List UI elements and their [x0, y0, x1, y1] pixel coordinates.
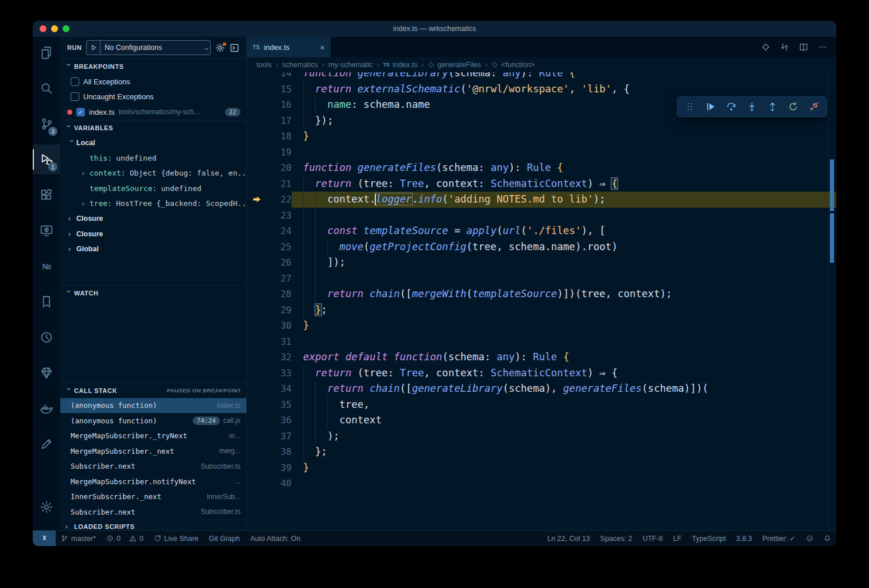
code-line-text[interactable]: return (tree: Tree, context: SchematicCo…	[292, 365, 836, 381]
launch-config-dropdown[interactable]: No Configurations ›	[86, 40, 211, 55]
code-line-text[interactable]: }	[292, 318, 836, 334]
activity-item-timeline[interactable]	[33, 322, 60, 352]
activity-item-notes[interactable]	[33, 429, 60, 459]
status-ts-version[interactable]: 3.8.3	[731, 531, 757, 546]
call-stack-frame[interactable]: MergeMapSubscriber._tryNextm...	[60, 429, 246, 444]
activity-item-run-debug[interactable]: 1	[33, 145, 60, 174]
gutter[interactable]: 19	[247, 145, 292, 161]
minimize-button[interactable]	[51, 25, 58, 32]
gutter[interactable]: 34	[247, 381, 292, 397]
status-cursor-position[interactable]: Ln 22, Col 13	[542, 531, 595, 546]
variables-scope-row[interactable]: ›Global	[60, 242, 246, 257]
activity-item-explorer[interactable]	[33, 38, 60, 68]
activity-item-bookmarks[interactable]	[33, 287, 60, 317]
status-feedback[interactable]	[801, 531, 818, 546]
breadcrumb-item[interactable]: my-schematic	[328, 61, 373, 69]
variable-row[interactable]: templateSource:undefined	[60, 181, 246, 196]
variable-row[interactable]: ›tree:HostTree {_backend: ScopedH...	[60, 196, 246, 212]
code-line-text[interactable]: return externalSchematic('@nrwl/workspac…	[292, 81, 836, 98]
variables-scope-row[interactable]: ›Closure	[60, 227, 246, 242]
code-line-text[interactable]	[292, 208, 836, 224]
variables-scope-row[interactable]: ›Local	[60, 135, 246, 151]
call-stack-frame[interactable]: Subscriber.nextSubscriber.ts	[60, 459, 246, 474]
code-line-text[interactable]	[292, 145, 836, 161]
step-over-icon[interactable]	[722, 98, 740, 115]
call-stack-frame[interactable]: InnerSubscriber._nextInnerSub...	[60, 489, 246, 505]
status-notifications[interactable]	[818, 531, 836, 546]
remote-indicator[interactable]	[33, 531, 56, 546]
gutter[interactable]: 21	[247, 176, 292, 192]
breakpoint-checkbox[interactable]	[71, 92, 79, 101]
breadcrumb-item[interactable]: <function>	[491, 61, 534, 69]
split-editor-icon[interactable]	[799, 42, 808, 52]
configure-gear-icon[interactable]	[215, 43, 225, 53]
breakpoint-checkbox[interactable]	[71, 77, 79, 86]
step-out-icon[interactable]	[763, 98, 782, 115]
activity-item-docker[interactable]	[33, 394, 60, 423]
code-line-text[interactable]: }	[292, 460, 836, 476]
status-git-graph[interactable]: Git Graph	[204, 531, 245, 546]
gutter[interactable]: 29	[247, 302, 292, 318]
disconnect-icon[interactable]	[805, 98, 823, 115]
call-stack-frame[interactable]: Subscriber.nextSubscriber.ts	[60, 504, 246, 520]
code-line-text[interactable]: context	[292, 412, 836, 429]
status-problems[interactable]: 00	[101, 531, 149, 546]
variable-row[interactable]: this:undefined	[60, 150, 246, 166]
code-line-text[interactable]: function generateFiles(schema: any): Rul…	[292, 160, 836, 176]
gutter[interactable]: 39	[247, 460, 292, 476]
code-line-text[interactable]	[292, 271, 836, 287]
gutter[interactable]: 15	[247, 81, 292, 98]
breadcrumb-item[interactable]: schematics	[282, 61, 319, 69]
watch-header[interactable]: › WATCH	[60, 286, 246, 301]
status-eol[interactable]: LF	[668, 531, 687, 546]
gutter[interactable]: 18	[247, 128, 292, 145]
gutter[interactable]: 14	[247, 72, 292, 81]
status-live-share[interactable]: Live Share	[149, 531, 204, 546]
variables-scope-row[interactable]: ›Closure	[60, 211, 246, 227]
gutter[interactable]: 28	[247, 286, 292, 302]
code-line-text[interactable]: };	[292, 444, 836, 460]
code-line-text[interactable]: const templateSource = apply(url('./file…	[292, 223, 836, 239]
code-line-text[interactable]: return chain([mergeWith(templateSource)]…	[292, 286, 836, 302]
scrollbar[interactable]	[828, 72, 836, 530]
activity-item-codestream[interactable]	[33, 358, 60, 388]
code-line-text[interactable]: move(getProjectConfig(tree, schema.name)…	[292, 239, 836, 255]
close-tab-icon[interactable]: ×	[320, 43, 325, 52]
activity-item-extensions[interactable]	[33, 180, 60, 210]
gutter[interactable]: 16	[247, 97, 292, 113]
gutter[interactable]: 27	[247, 271, 292, 287]
more-actions-icon[interactable]	[818, 42, 827, 52]
loaded-scripts-header[interactable]: › LOADED SCRIPTS	[60, 520, 246, 531]
gutter[interactable]: 37	[247, 429, 292, 445]
zoom-button[interactable]	[63, 25, 69, 32]
compare-changes-icon[interactable]	[780, 42, 789, 52]
code-line-text[interactable]: ]);	[292, 255, 836, 271]
tab-index-ts[interactable]: TS index.ts ×	[247, 37, 331, 57]
status-git-branch[interactable]: master*	[56, 531, 101, 546]
status-prettier[interactable]: Prettier: ✓	[757, 531, 801, 546]
step-into-icon[interactable]	[743, 98, 761, 115]
gutter[interactable]: 33	[247, 365, 292, 381]
breadcrumb-item[interactable]: tools	[257, 61, 271, 69]
start-debug-icon[interactable]	[87, 41, 100, 54]
activity-item-search[interactable]	[33, 73, 60, 103]
breakpoints-header[interactable]: › BREAKPOINTS	[60, 59, 246, 74]
breadcrumb-item[interactable]: generateFiles	[428, 61, 481, 69]
activity-item-source-control[interactable]: 3	[33, 109, 60, 139]
gutter[interactable]: 31	[247, 334, 292, 350]
gutter[interactable]: 36	[247, 412, 292, 429]
breakpoint-row[interactable]: Uncaught Exceptions	[60, 89, 246, 105]
activity-item-manage[interactable]	[33, 492, 60, 522]
status-encoding[interactable]: UTF-8	[637, 531, 668, 546]
status-language-mode[interactable]: TypeScript	[686, 531, 731, 546]
activity-item-remote-explorer[interactable]	[33, 216, 60, 246]
close-button[interactable]	[40, 25, 46, 32]
code-line-text[interactable]: return chain([generateLibrary(schema), g…	[292, 381, 836, 397]
gutter[interactable]: 26	[247, 255, 292, 271]
gutter[interactable]: 20	[247, 160, 292, 176]
activity-item-nx-console[interactable]: N≥	[33, 251, 60, 281]
code-line-text[interactable]: export default function(schema: any): Ru…	[292, 349, 836, 365]
gutter[interactable]: 25	[247, 239, 292, 255]
gutter[interactable]: 22	[247, 192, 292, 208]
breadcrumb-item[interactable]: TSindex.ts	[383, 61, 418, 69]
